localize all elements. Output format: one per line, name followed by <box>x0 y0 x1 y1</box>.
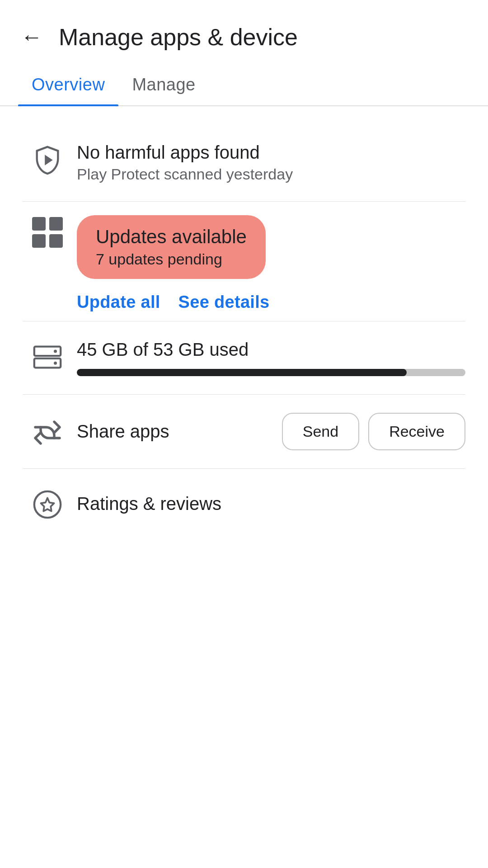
share-icon <box>23 415 72 449</box>
svg-point-3 <box>54 349 57 353</box>
share-apps-section: Share apps Send Receive <box>0 395 488 468</box>
storage-bar <box>77 369 465 376</box>
storage-body: 45 GB of 53 GB used <box>72 340 465 376</box>
updates-badge-subtitle: 7 updates pending <box>96 250 247 268</box>
back-arrow-icon: ← <box>21 26 42 48</box>
updates-badge: Updates available 7 updates pending <box>77 215 266 279</box>
content-area: No harmful apps found Play Protect scann… <box>0 106 488 557</box>
grid-cell-2 <box>49 217 63 231</box>
grid-cell-3 <box>32 234 46 248</box>
see-details-link[interactable]: See details <box>178 292 270 312</box>
share-apps-actions: Send Receive <box>282 413 465 450</box>
grid-cell-1 <box>32 217 46 231</box>
share-apps-title: Share apps <box>77 421 282 442</box>
play-protect-title: No harmful apps found <box>77 142 465 163</box>
ratings-icon <box>23 487 72 520</box>
storage-section: 45 GB of 53 GB used <box>0 321 488 394</box>
storage-bar-fill <box>77 369 407 376</box>
svg-marker-0 <box>45 155 53 165</box>
page-title: Manage apps & device <box>59 24 298 51</box>
tab-bar: Overview Manage <box>0 64 488 106</box>
send-button[interactable]: Send <box>282 413 359 450</box>
shield-icon <box>23 142 72 176</box>
updates-body: Updates available 7 updates pending Upda… <box>72 215 465 312</box>
grid-cell-4 <box>49 234 63 248</box>
header: ← Manage apps & device <box>0 0 488 60</box>
play-protect-section: No harmful apps found Play Protect scann… <box>0 124 488 201</box>
play-protect-body: No harmful apps found Play Protect scann… <box>72 142 465 183</box>
update-all-link[interactable]: Update all <box>77 292 160 312</box>
storage-title: 45 GB of 53 GB used <box>77 340 465 360</box>
tab-overview[interactable]: Overview <box>18 64 118 105</box>
apps-grid-icon <box>23 215 72 248</box>
storage-icon <box>23 340 72 373</box>
play-protect-subtitle: Play Protect scanned yesterday <box>77 165 465 183</box>
share-apps-body: Share apps <box>72 421 282 442</box>
updates-section: Updates available 7 updates pending Upda… <box>0 202 488 321</box>
ratings-body: Ratings & reviews <box>72 494 465 514</box>
ratings-section[interactable]: Ratings & reviews <box>0 469 488 538</box>
updates-actions: Update all See details <box>77 292 465 312</box>
svg-point-4 <box>54 362 57 365</box>
back-button[interactable]: ← <box>18 24 45 51</box>
receive-button[interactable]: Receive <box>368 413 465 450</box>
tab-manage[interactable]: Manage <box>118 64 209 105</box>
ratings-title: Ratings & reviews <box>77 494 465 514</box>
updates-badge-title: Updates available <box>96 226 247 248</box>
svg-point-5 <box>34 491 61 518</box>
